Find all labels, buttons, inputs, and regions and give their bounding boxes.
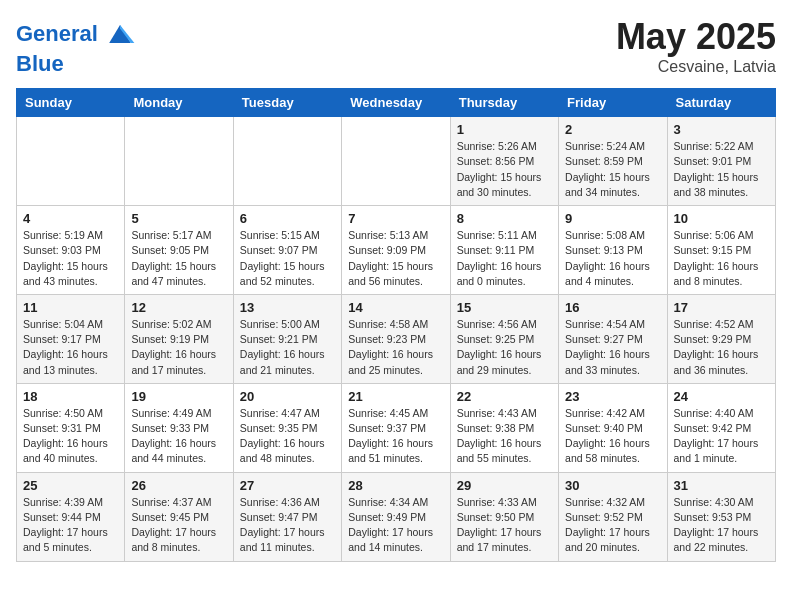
- calendar-cell: 4Sunrise: 5:19 AM Sunset: 9:03 PM Daylig…: [17, 206, 125, 295]
- calendar-week-1: 1Sunrise: 5:26 AM Sunset: 8:56 PM Daylig…: [17, 117, 776, 206]
- calendar-cell: [125, 117, 233, 206]
- day-info: Sunrise: 4:58 AM Sunset: 9:23 PM Dayligh…: [348, 317, 443, 378]
- location-subtitle: Cesvaine, Latvia: [616, 58, 776, 76]
- calendar-cell: 17Sunrise: 4:52 AM Sunset: 9:29 PM Dayli…: [667, 294, 775, 383]
- day-info: Sunrise: 4:34 AM Sunset: 9:49 PM Dayligh…: [348, 495, 443, 556]
- day-number: 21: [348, 389, 443, 404]
- weekday-header-monday: Monday: [125, 89, 233, 117]
- calendar-cell: 24Sunrise: 4:40 AM Sunset: 9:42 PM Dayli…: [667, 383, 775, 472]
- calendar-week-4: 18Sunrise: 4:50 AM Sunset: 9:31 PM Dayli…: [17, 383, 776, 472]
- calendar-cell: 6Sunrise: 5:15 AM Sunset: 9:07 PM Daylig…: [233, 206, 341, 295]
- calendar-cell: 26Sunrise: 4:37 AM Sunset: 9:45 PM Dayli…: [125, 472, 233, 561]
- logo-blue-text: Blue: [16, 52, 138, 76]
- calendar-cell: 30Sunrise: 4:32 AM Sunset: 9:52 PM Dayli…: [559, 472, 667, 561]
- calendar-cell: 27Sunrise: 4:36 AM Sunset: 9:47 PM Dayli…: [233, 472, 341, 561]
- calendar-cell: 19Sunrise: 4:49 AM Sunset: 9:33 PM Dayli…: [125, 383, 233, 472]
- calendar-cell: [17, 117, 125, 206]
- day-info: Sunrise: 5:13 AM Sunset: 9:09 PM Dayligh…: [348, 228, 443, 289]
- day-number: 18: [23, 389, 118, 404]
- day-info: Sunrise: 4:32 AM Sunset: 9:52 PM Dayligh…: [565, 495, 660, 556]
- day-number: 28: [348, 478, 443, 493]
- day-number: 5: [131, 211, 226, 226]
- weekday-header-row: SundayMondayTuesdayWednesdayThursdayFrid…: [17, 89, 776, 117]
- day-number: 25: [23, 478, 118, 493]
- calendar-cell: [342, 117, 450, 206]
- calendar-cell: 9Sunrise: 5:08 AM Sunset: 9:13 PM Daylig…: [559, 206, 667, 295]
- calendar-table: SundayMondayTuesdayWednesdayThursdayFrid…: [16, 88, 776, 561]
- month-title: May 2025: [616, 16, 776, 58]
- day-info: Sunrise: 5:04 AM Sunset: 9:17 PM Dayligh…: [23, 317, 118, 378]
- day-info: Sunrise: 4:30 AM Sunset: 9:53 PM Dayligh…: [674, 495, 769, 556]
- day-info: Sunrise: 5:22 AM Sunset: 9:01 PM Dayligh…: [674, 139, 769, 200]
- calendar-cell: 28Sunrise: 4:34 AM Sunset: 9:49 PM Dayli…: [342, 472, 450, 561]
- day-info: Sunrise: 4:40 AM Sunset: 9:42 PM Dayligh…: [674, 406, 769, 467]
- calendar-cell: 22Sunrise: 4:43 AM Sunset: 9:38 PM Dayli…: [450, 383, 558, 472]
- day-info: Sunrise: 4:45 AM Sunset: 9:37 PM Dayligh…: [348, 406, 443, 467]
- calendar-cell: 2Sunrise: 5:24 AM Sunset: 8:59 PM Daylig…: [559, 117, 667, 206]
- day-number: 24: [674, 389, 769, 404]
- day-number: 6: [240, 211, 335, 226]
- day-info: Sunrise: 5:24 AM Sunset: 8:59 PM Dayligh…: [565, 139, 660, 200]
- day-info: Sunrise: 4:49 AM Sunset: 9:33 PM Dayligh…: [131, 406, 226, 467]
- day-number: 4: [23, 211, 118, 226]
- day-number: 29: [457, 478, 552, 493]
- calendar-cell: 5Sunrise: 5:17 AM Sunset: 9:05 PM Daylig…: [125, 206, 233, 295]
- day-number: 14: [348, 300, 443, 315]
- day-info: Sunrise: 5:06 AM Sunset: 9:15 PM Dayligh…: [674, 228, 769, 289]
- day-number: 12: [131, 300, 226, 315]
- day-number: 27: [240, 478, 335, 493]
- weekday-header-wednesday: Wednesday: [342, 89, 450, 117]
- day-number: 7: [348, 211, 443, 226]
- logo-icon: [102, 16, 138, 52]
- calendar-cell: 1Sunrise: 5:26 AM Sunset: 8:56 PM Daylig…: [450, 117, 558, 206]
- calendar-cell: 23Sunrise: 4:42 AM Sunset: 9:40 PM Dayli…: [559, 383, 667, 472]
- logo: General Blue: [16, 16, 138, 76]
- day-info: Sunrise: 5:19 AM Sunset: 9:03 PM Dayligh…: [23, 228, 118, 289]
- day-number: 8: [457, 211, 552, 226]
- calendar-cell: 13Sunrise: 5:00 AM Sunset: 9:21 PM Dayli…: [233, 294, 341, 383]
- calendar-week-5: 25Sunrise: 4:39 AM Sunset: 9:44 PM Dayli…: [17, 472, 776, 561]
- day-number: 19: [131, 389, 226, 404]
- day-number: 20: [240, 389, 335, 404]
- calendar-cell: 20Sunrise: 4:47 AM Sunset: 9:35 PM Dayli…: [233, 383, 341, 472]
- day-info: Sunrise: 4:43 AM Sunset: 9:38 PM Dayligh…: [457, 406, 552, 467]
- day-info: Sunrise: 4:33 AM Sunset: 9:50 PM Dayligh…: [457, 495, 552, 556]
- calendar-cell: 18Sunrise: 4:50 AM Sunset: 9:31 PM Dayli…: [17, 383, 125, 472]
- day-number: 31: [674, 478, 769, 493]
- weekday-header-thursday: Thursday: [450, 89, 558, 117]
- day-number: 10: [674, 211, 769, 226]
- day-number: 26: [131, 478, 226, 493]
- day-info: Sunrise: 5:11 AM Sunset: 9:11 PM Dayligh…: [457, 228, 552, 289]
- day-info: Sunrise: 4:37 AM Sunset: 9:45 PM Dayligh…: [131, 495, 226, 556]
- day-info: Sunrise: 4:50 AM Sunset: 9:31 PM Dayligh…: [23, 406, 118, 467]
- calendar-cell: 15Sunrise: 4:56 AM Sunset: 9:25 PM Dayli…: [450, 294, 558, 383]
- day-number: 30: [565, 478, 660, 493]
- day-number: 17: [674, 300, 769, 315]
- calendar-cell: 16Sunrise: 4:54 AM Sunset: 9:27 PM Dayli…: [559, 294, 667, 383]
- calendar-cell: 12Sunrise: 5:02 AM Sunset: 9:19 PM Dayli…: [125, 294, 233, 383]
- day-info: Sunrise: 4:56 AM Sunset: 9:25 PM Dayligh…: [457, 317, 552, 378]
- calendar-cell: 31Sunrise: 4:30 AM Sunset: 9:53 PM Dayli…: [667, 472, 775, 561]
- calendar-cell: 21Sunrise: 4:45 AM Sunset: 9:37 PM Dayli…: [342, 383, 450, 472]
- calendar-cell: 29Sunrise: 4:33 AM Sunset: 9:50 PM Dayli…: [450, 472, 558, 561]
- calendar-week-2: 4Sunrise: 5:19 AM Sunset: 9:03 PM Daylig…: [17, 206, 776, 295]
- title-block: May 2025 Cesvaine, Latvia: [616, 16, 776, 76]
- calendar-cell: 25Sunrise: 4:39 AM Sunset: 9:44 PM Dayli…: [17, 472, 125, 561]
- page-header: General Blue May 2025 Cesvaine, Latvia: [16, 16, 776, 76]
- day-number: 11: [23, 300, 118, 315]
- calendar-cell: 7Sunrise: 5:13 AM Sunset: 9:09 PM Daylig…: [342, 206, 450, 295]
- day-number: 22: [457, 389, 552, 404]
- day-info: Sunrise: 4:52 AM Sunset: 9:29 PM Dayligh…: [674, 317, 769, 378]
- day-info: Sunrise: 5:26 AM Sunset: 8:56 PM Dayligh…: [457, 139, 552, 200]
- calendar-cell: 10Sunrise: 5:06 AM Sunset: 9:15 PM Dayli…: [667, 206, 775, 295]
- calendar-cell: 11Sunrise: 5:04 AM Sunset: 9:17 PM Dayli…: [17, 294, 125, 383]
- weekday-header-tuesday: Tuesday: [233, 89, 341, 117]
- day-info: Sunrise: 5:00 AM Sunset: 9:21 PM Dayligh…: [240, 317, 335, 378]
- day-number: 2: [565, 122, 660, 137]
- day-number: 9: [565, 211, 660, 226]
- day-number: 1: [457, 122, 552, 137]
- weekday-header-sunday: Sunday: [17, 89, 125, 117]
- day-info: Sunrise: 5:15 AM Sunset: 9:07 PM Dayligh…: [240, 228, 335, 289]
- logo-text: General: [16, 22, 98, 46]
- day-info: Sunrise: 4:36 AM Sunset: 9:47 PM Dayligh…: [240, 495, 335, 556]
